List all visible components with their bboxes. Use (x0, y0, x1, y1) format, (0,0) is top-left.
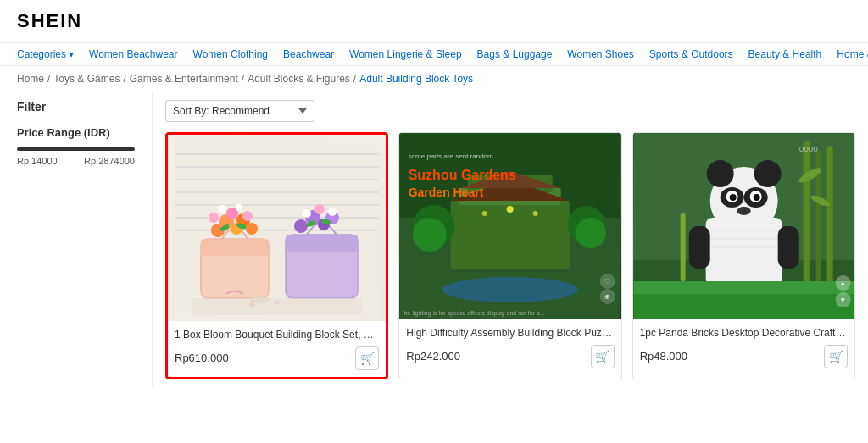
product-info-1: 1 Box Bloom Bouquet Building Block Set, … (168, 321, 386, 377)
svg-text:some parts are sent random: some parts are sent random (409, 152, 493, 160)
chevron-down-icon: ▾ (69, 48, 74, 60)
nav-women-clothing[interactable]: Women Clothing (193, 48, 269, 60)
svg-text:▾: ▾ (840, 296, 844, 304)
product-name-1: 1 Box Bloom Bouquet Building Block Set, … (175, 328, 379, 342)
product-grid: 1 Box Bloom Bouquet Building Block Set, … (165, 132, 855, 379)
svg-rect-23 (286, 235, 358, 252)
breadcrumb-home[interactable]: Home (17, 73, 44, 85)
svg-point-76 (753, 194, 760, 201)
product-price-row-1: Rp610.000 🛒 (175, 346, 379, 370)
product-price-row-3: Rp48.000 🛒 (640, 345, 848, 368)
svg-rect-9 (201, 239, 269, 256)
svg-text:▴: ▴ (840, 279, 844, 287)
nav-beachwear[interactable]: Beachwear (283, 48, 334, 60)
breadcrumb-sep-4: / (353, 73, 356, 85)
svg-point-30 (328, 208, 337, 216)
add-to-cart-button-3[interactable]: 🛒 (824, 345, 848, 368)
nav-beauty[interactable]: Beauty & Health (748, 48, 822, 60)
main-layout: Filter Price Range (IDR) Rp 14000 Rp 287… (0, 91, 868, 405)
product-image-2: some parts are sent random Suzhou Garden… (399, 133, 620, 319)
breadcrumb-sep-1: / (47, 73, 50, 85)
product-price-1: Rp610.000 (175, 352, 229, 364)
sort-select[interactable]: Sort By: Recommend Sort By: Price Low to… (165, 100, 314, 122)
breadcrumb: Home / Toys & Games / Games & Entertainm… (0, 66, 868, 91)
product-image-1 (168, 135, 386, 321)
product-info-2: High Difficulty Assembly Building Block … (399, 319, 620, 375)
svg-text:he lighting is for special eff: he lighting is for special effects displ… (404, 310, 545, 317)
product-card-3[interactable]: oooo ▴ ▾ 1pc Panda Bricks Desktop Decora… (632, 132, 855, 379)
svg-text:Garden Heart: Garden Heart (409, 186, 484, 199)
price-min: Rp 14000 (17, 156, 58, 166)
product-price-2: Rp242.000 (406, 350, 460, 363)
content-area: Sort By: Recommend Sort By: Price Low to… (153, 91, 868, 388)
svg-point-47 (413, 218, 447, 252)
svg-rect-64 (826, 146, 832, 290)
breadcrumb-sep-2: / (123, 73, 125, 85)
svg-point-19 (236, 204, 242, 211)
product-price-row-2: Rp242.000 🛒 (406, 345, 614, 368)
svg-point-69 (706, 160, 733, 187)
svg-point-14 (246, 223, 258, 235)
logo[interactable]: SHEIN (17, 10, 851, 32)
svg-text:♡: ♡ (604, 278, 610, 285)
svg-text:Suzhou Gardens: Suzhou Gardens (409, 168, 516, 182)
header: SHEIN (0, 0, 868, 43)
svg-point-50 (482, 211, 487, 216)
nav-women-beachwear[interactable]: Women Beachwear (89, 48, 178, 60)
nav-home-kitchen[interactable]: Home & Kitchen (837, 48, 868, 60)
svg-rect-82 (633, 281, 854, 294)
price-range-title: Price Range (IDR) (17, 126, 135, 139)
svg-point-49 (507, 206, 514, 213)
svg-point-29 (314, 204, 325, 214)
svg-point-44 (442, 277, 578, 302)
add-to-cart-button-2[interactable]: 🛒 (591, 345, 615, 368)
svg-point-24 (294, 219, 308, 233)
price-range-labels: Rp 14000 Rp 2874000 (17, 156, 135, 166)
svg-point-28 (303, 209, 311, 218)
breadcrumb-adult-blocks[interactable]: Adult Blocks & Figures (248, 73, 350, 85)
price-slider[interactable] (17, 147, 135, 151)
product-name-2: High Difficulty Assembly Building Block … (406, 326, 614, 341)
breadcrumb-current: Adult Building Block Toys (359, 73, 473, 85)
breadcrumb-sep-3: / (242, 73, 244, 85)
svg-point-48 (576, 218, 606, 248)
svg-text:oooo: oooo (798, 144, 818, 153)
add-to-cart-button-1[interactable]: 🛒 (355, 346, 379, 370)
price-slider-fill (17, 147, 135, 151)
svg-point-51 (533, 211, 538, 216)
product-info-3: 1pc Panda Bricks Desktop Decorative Craf… (633, 319, 854, 375)
price-max: Rp 2874000 (84, 156, 135, 166)
svg-rect-79 (777, 226, 798, 269)
svg-point-15 (209, 213, 219, 223)
svg-rect-78 (688, 226, 709, 269)
svg-point-70 (754, 160, 781, 187)
product-name-3: 1pc Panda Bricks Desktop Decorative Craf… (640, 326, 848, 341)
nav-categories[interactable]: Categories ▾ (17, 48, 74, 60)
product-price-3: Rp48.000 (640, 350, 687, 363)
suzhou-svg: some parts are sent random Suzhou Garden… (399, 133, 620, 319)
svg-rect-62 (803, 141, 810, 294)
svg-rect-36 (192, 298, 362, 315)
flower-basket-svg (175, 137, 379, 319)
svg-point-17 (242, 211, 253, 221)
nav-bags[interactable]: Bags & Luggage (477, 48, 553, 60)
svg-point-18 (218, 205, 226, 213)
breadcrumb-games[interactable]: Games & Entertainment (130, 73, 238, 85)
sidebar: Filter Price Range (IDR) Rp 14000 Rp 287… (0, 91, 153, 388)
svg-point-75 (729, 194, 736, 201)
navigation: Categories ▾ Women Beachwear Women Cloth… (0, 43, 868, 66)
product-image-3: oooo ▴ ▾ (633, 133, 854, 319)
nav-sports[interactable]: Sports & Outdoors (649, 48, 733, 60)
svg-point-77 (737, 207, 750, 215)
svg-rect-80 (680, 213, 685, 281)
filter-title: Filter (17, 100, 135, 114)
svg-text:⊕: ⊕ (604, 293, 610, 301)
categories-label: Categories (17, 48, 66, 60)
product-card-1[interactable]: 1 Box Bloom Bouquet Building Block Set, … (165, 132, 388, 379)
product-card-2[interactable]: some parts are sent random Suzhou Garden… (398, 132, 621, 379)
breadcrumb-toys[interactable]: Toys & Games (53, 73, 120, 85)
sort-bar: Sort By: Recommend Sort By: Price Low to… (165, 100, 855, 122)
nav-shoes[interactable]: Women Shoes (567, 48, 634, 60)
nav-lingerie[interactable]: Women Lingerie & Sleep (349, 48, 462, 60)
panda-svg: oooo ▴ ▾ (633, 133, 854, 319)
